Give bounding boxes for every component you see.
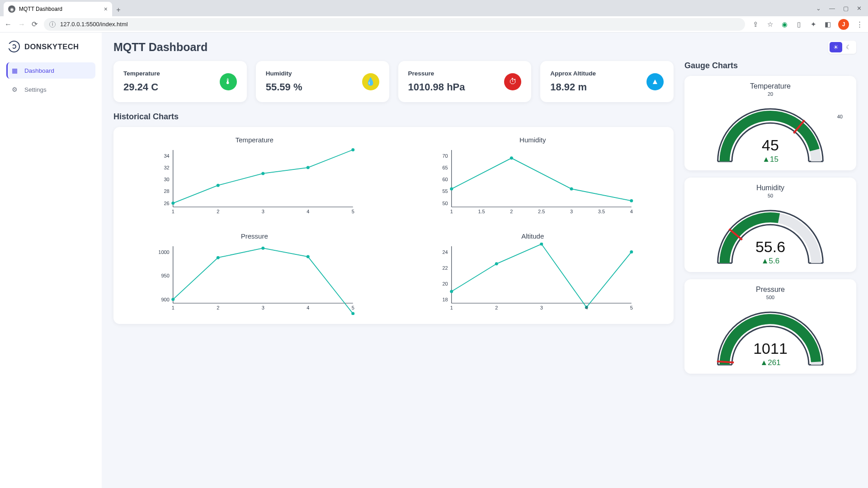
sidebar-item-dashboard[interactable]: ▦Dashboard [6,62,95,79]
svg-text:1.5: 1.5 [478,209,485,214]
gauge-value: 55.6 [693,238,848,256]
close-window-icon[interactable]: ✕ [857,5,862,12]
mountain-icon: ▲ [646,73,664,90]
url-input[interactable]: i 127.0.0.1:5500/index.html [44,18,745,31]
svg-point-40 [307,255,310,258]
svg-text:2: 2 [217,305,219,310]
profile-avatar[interactable]: J [838,19,849,30]
gauge-pressure: Pressure 500 1011 ▲261 [684,279,856,374]
side-panel-icon[interactable]: ◧ [824,20,832,28]
menu-icon[interactable]: ⋮ [855,20,863,28]
browser-tab[interactable]: ◉ MQTT Dashboard × [4,2,112,16]
svg-text:900: 900 [161,297,169,302]
svg-point-2 [171,202,175,205]
device-icon[interactable]: ▯ [795,20,803,28]
svg-point-39 [261,247,264,250]
svg-point-56 [630,250,633,253]
svg-text:4: 4 [307,209,309,214]
gauge-icon: ⏱ [504,73,521,90]
svg-text:1000: 1000 [158,249,169,255]
svg-text:5: 5 [352,305,354,310]
svg-text:30: 30 [164,177,170,182]
svg-text:1: 1 [172,305,175,310]
theme-toggle[interactable]: ☀ ☾ [828,41,856,54]
svg-point-53 [495,262,498,265]
stat-label: Humidity [266,70,302,77]
svg-text:65: 65 [442,165,448,170]
svg-text:5: 5 [352,209,354,214]
chart-title: Altitude [403,232,663,240]
brand: DONSKYTECH [0,41,102,62]
tab-title: MQTT Dashboard [19,6,62,12]
droplet-icon: 💧 [362,73,379,90]
stat-card-approx-altitude: Approx Altitude18.92 m▲ [540,61,674,102]
chart-humidity: Humidity 11.522.533.545055606570 [403,136,663,219]
share-icon[interactable]: ⇪ [751,20,760,28]
chevron-down-icon[interactable]: ⌄ [816,5,821,12]
svg-text:22: 22 [442,265,448,271]
grid-icon: ▦ [12,67,19,74]
browser-tab-strip: ◉ MQTT Dashboard × + ⌄ — ▢ ✕ [0,0,868,16]
gauge-title: Pressure [693,286,848,294]
stat-card-humidity: Humidity55.59 %💧 [256,61,389,102]
svg-text:70: 70 [442,153,448,159]
svg-text:3: 3 [262,305,264,310]
new-tab-button[interactable]: + [112,4,125,16]
sidebar-item-settings[interactable]: ⚙Settings [6,81,95,98]
svg-point-22 [630,199,633,202]
svg-text:3: 3 [262,209,264,214]
svg-point-19 [450,188,453,191]
chart-pressure: Pressure 123459009501000 [124,232,385,315]
gauge-title: Humidity [693,184,848,192]
brand-logo-icon [8,41,20,52]
theme-light-icon[interactable]: ☀ [830,42,842,52]
svg-text:1: 1 [172,209,175,214]
svg-text:950: 950 [161,273,169,278]
tab-favicon: ◉ [8,5,15,13]
chart-title: Pressure [124,232,385,240]
svg-point-38 [217,256,220,259]
svg-point-6 [351,148,354,151]
minimize-icon[interactable]: — [829,5,835,12]
gauge-humidity: Humidity 50 55.6 ▲5.6 [684,178,856,272]
theme-dark-icon[interactable]: ☾ [842,42,855,52]
extension-icon[interactable]: ◉ [780,20,788,28]
stat-value: 55.59 % [266,81,302,93]
site-info-icon[interactable]: i [49,21,56,28]
brand-text: DONSKYTECH [24,42,79,51]
svg-text:20: 20 [442,281,448,286]
chart-temperature: Temperature 123452628303234 [124,136,385,219]
svg-text:60: 60 [442,177,448,182]
url-text: 127.0.0.1:5500/index.html [60,21,128,28]
svg-point-3 [217,184,220,187]
svg-point-21 [570,188,573,191]
page-title: MQTT Dashboard [113,41,208,54]
extensions-icon[interactable]: ✦ [809,20,817,28]
bookmark-icon[interactable]: ☆ [766,20,774,28]
stat-card-pressure: Pressure1010.98 hPa⏱ [398,61,532,102]
gauge-tick-label: 40 [837,114,843,119]
stat-label: Temperature [123,70,160,77]
maximize-icon[interactable]: ▢ [843,5,849,12]
back-button[interactable]: ← [5,20,12,28]
svg-point-52 [450,290,453,293]
chart-altitude: Altitude 1234518202224 [403,232,663,315]
svg-text:3: 3 [570,209,573,214]
stat-value: 1010.98 hPa [408,81,465,93]
gauge-title: Temperature [693,82,848,90]
thermometer-icon: 🌡 [220,73,237,90]
tab-close-icon[interactable]: × [104,5,108,13]
stat-card-temperature: Temperature29.24 C🌡 [113,61,247,102]
svg-text:55: 55 [442,188,448,194]
svg-text:18: 18 [442,297,448,302]
browser-address-bar: ← → ⟳ i 127.0.0.1:5500/index.html ⇪ ☆ ◉ … [0,16,868,33]
stat-value: 18.92 m [550,81,596,93]
svg-text:50: 50 [442,201,448,206]
stat-label: Approx Altitude [550,70,596,77]
reload-button[interactable]: ⟳ [32,20,38,28]
chart-title: Humidity [403,136,663,144]
sidebar: DONSKYTECH ▦Dashboard⚙Settings [0,33,102,488]
forward-button[interactable]: → [18,20,25,28]
svg-text:4: 4 [307,305,309,310]
svg-text:1: 1 [450,209,453,214]
